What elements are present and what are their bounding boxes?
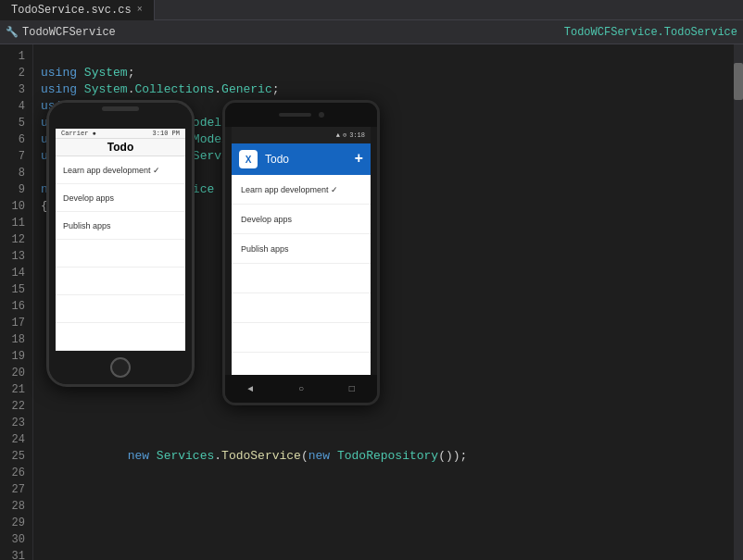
android-camera (319, 112, 324, 118)
iphone-screen: Carrier ● 3:10 PM Todo Learn app develop… (56, 129, 185, 351)
iphone-list-item-5 (56, 268, 185, 295)
android-recent-button[interactable]: □ (346, 383, 358, 394)
android-back-icon: ◄ (247, 384, 253, 394)
android-app-bar: X Todo + (232, 143, 371, 175)
code-line-24 (33, 431, 743, 448)
android-status-bar: ▲ ⊙ 3:18 (232, 127, 371, 143)
android-app-icon: X (239, 150, 258, 168)
iphone-list-item-7 (56, 323, 185, 351)
file-tab[interactable]: TodoService.svc.cs × (0, 0, 155, 20)
android-app-icon-label: X (246, 155, 252, 165)
code-line-31 (33, 548, 743, 560)
title-bar: TodoService.svc.cs × (0, 0, 743, 20)
code-line-27 (33, 481, 743, 498)
android-list-item-4 (232, 264, 371, 293)
android-add-button[interactable]: + (354, 151, 363, 168)
iphone-list: Learn app development ✓ Develop apps Pub… (56, 156, 185, 351)
android-list: Learn app development ✓ Develop apps Pub… (232, 175, 371, 375)
iphone-status-bar: Carrier ● 3:10 PM (56, 129, 185, 139)
editor-area: 1 2 3 4 5 6 7 8 9 10 11 12 13 14 15 16 1… (0, 44, 743, 560)
iphone-list-item-3: Publish apps (56, 212, 185, 240)
iphone-device: Carrier ● 3:10 PM Todo Learn app develop… (46, 100, 195, 387)
android-top-bar (225, 103, 377, 127)
code-line-23 (33, 415, 743, 431)
nav-type-info: TodoWCFService.TodoService (564, 26, 737, 39)
android-back-button[interactable]: ◄ (245, 383, 256, 394)
android-list-item-5 (232, 293, 371, 323)
nav-breadcrumb: TodoWCFService (22, 26, 116, 39)
iphone-app-title: Todo (107, 141, 133, 154)
android-wifi-icon: ⊙ (343, 131, 346, 139)
iphone-top-bar (49, 103, 192, 129)
android-recent-icon: □ (349, 384, 355, 394)
iphone-carrier: Carrier ● (61, 130, 96, 137)
android-home-button[interactable]: ○ (296, 383, 307, 394)
android-signal-icon: ▲ (336, 131, 340, 139)
iphone-app-bar: Todo (56, 139, 185, 156)
nav-left: 🔧 TodoWCFService (6, 26, 560, 39)
tab-filename: TodoService.svc.cs (11, 4, 132, 17)
iphone-list-item-6 (56, 295, 185, 323)
android-list-item-6 (232, 323, 371, 353)
iphone-list-item-2: Develop apps (56, 184, 185, 212)
iphone-bottom (49, 351, 192, 384)
android-screen: ▲ ⊙ 3:18 X Todo + Learn app development … (232, 127, 371, 375)
tab-close-button[interactable]: × (137, 5, 143, 15)
code-line-29 (33, 515, 743, 531)
project-icon: 🔧 (6, 26, 19, 38)
iphone-list-item-4 (56, 240, 185, 268)
android-nav-bar: ◄ ○ □ (225, 375, 377, 403)
iphone-list-item-1: Learn app development ✓ (56, 156, 185, 184)
scrollbar-thumb[interactable] (734, 63, 743, 100)
android-home-icon: ○ (298, 384, 304, 394)
android-list-item-2: Develop apps (232, 205, 371, 234)
android-speaker (279, 113, 311, 117)
iphone-speaker (102, 106, 139, 111)
iphone-home-button[interactable] (110, 357, 131, 378)
code-line-25: new Services.TodoService(new TodoReposit… (33, 448, 743, 465)
code-line-1 (33, 48, 743, 65)
code-line-2: using System; (33, 65, 743, 81)
android-list-item-1: Learn app development ✓ (232, 175, 371, 205)
code-line-30 (33, 531, 743, 548)
phones-overlay: Carrier ● 3:10 PM Todo Learn app develop… (46, 100, 380, 405)
nav-bar: 🔧 TodoWCFService TodoWCFService.TodoServ… (0, 20, 743, 44)
android-device: ▲ ⊙ 3:18 X Todo + Learn app development … (222, 100, 380, 405)
line-numbers: 1 2 3 4 5 6 7 8 9 10 11 12 13 14 15 16 1… (0, 44, 33, 560)
code-line-3: using System.Collections.Generic; (33, 81, 743, 98)
android-app-title: Todo (258, 153, 354, 166)
iphone-time: 3:10 PM (153, 130, 180, 137)
vertical-scrollbar[interactable] (734, 44, 743, 560)
android-time: 3:18 (349, 131, 365, 139)
code-line-26 (33, 465, 743, 481)
code-line-28 (33, 498, 743, 515)
android-list-item-3: Publish apps (232, 234, 371, 264)
